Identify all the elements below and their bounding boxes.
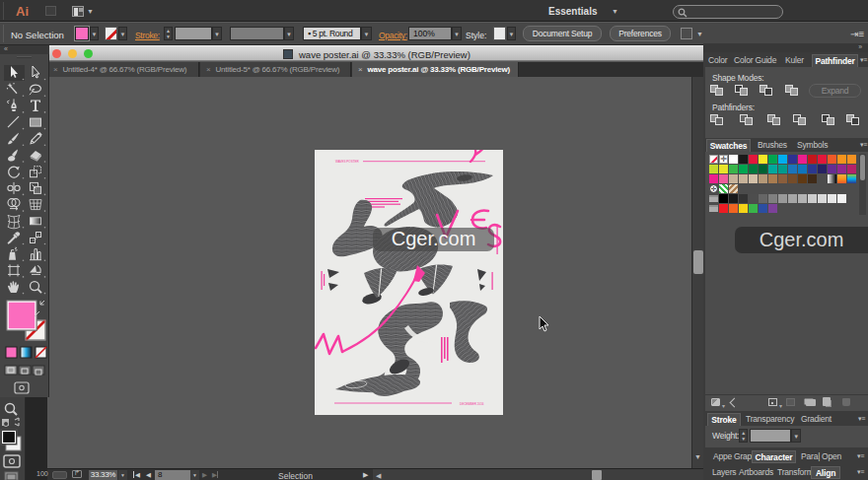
svg-text:DECEMBER 2016: DECEMBER 2016 xyxy=(460,402,484,406)
svg-text:WAVES POSTER: WAVES POSTER xyxy=(335,160,360,164)
